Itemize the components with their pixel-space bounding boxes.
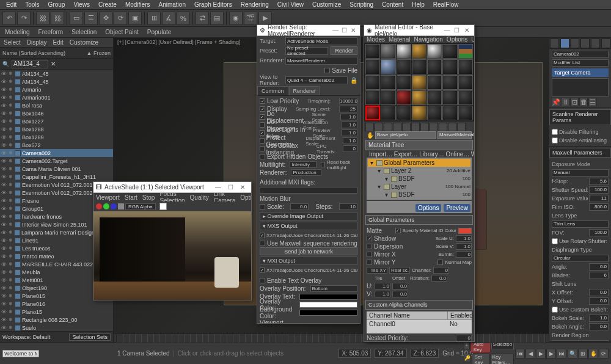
pin-stack-icon[interactable]: 📌 bbox=[552, 98, 560, 106]
freeze-icon[interactable]: ❄ bbox=[9, 174, 13, 180]
rotary-check[interactable] bbox=[552, 238, 558, 244]
freeze-icon[interactable]: ❄ bbox=[9, 158, 13, 164]
keyfilters-button[interactable]: Key Filters… bbox=[490, 354, 514, 364]
me-navigation[interactable]: Navigation bbox=[414, 36, 443, 43]
freeze-icon[interactable]: ❄ bbox=[9, 190, 13, 195]
view-combo[interactable]: Quad 4 – Camera002 bbox=[285, 76, 348, 84]
visibility-icon[interactable]: 👁 bbox=[1, 309, 7, 315]
play-button[interactable]: ▶ bbox=[536, 349, 546, 359]
seq-check[interactable] bbox=[260, 241, 265, 246]
ribbon-freeform[interactable]: Freeform bbox=[38, 29, 64, 35]
overlay-text-field[interactable] bbox=[299, 294, 357, 300]
modifier-list-combo[interactable]: Modifier List bbox=[552, 59, 609, 67]
percent-snap-button[interactable]: % bbox=[177, 12, 190, 25]
swatch-9[interactable] bbox=[381, 59, 395, 74]
swatch-22[interactable] bbox=[365, 90, 380, 105]
assign-icon[interactable] bbox=[384, 123, 392, 131]
freeze-icon[interactable]: ❄ bbox=[9, 142, 13, 148]
material-name-field[interactable]: Base piel/pelo bbox=[375, 131, 436, 139]
as-quality[interactable]: Quality bbox=[190, 194, 209, 201]
swatch-13[interactable] bbox=[442, 59, 457, 74]
swatch-18[interactable] bbox=[412, 75, 426, 90]
me-options[interactable]: Options bbox=[447, 36, 467, 43]
disable-filtering-check[interactable] bbox=[552, 129, 558, 135]
menu-rendering[interactable]: Rendering bbox=[237, 1, 273, 9]
scale-button[interactable]: ▣ bbox=[128, 12, 142, 25]
freeze-icon[interactable]: ❄ bbox=[9, 182, 13, 187]
scene-item[interactable]: 👁❄Cappellini_Foreseta_h1_JH11 bbox=[0, 173, 113, 181]
put-scene-icon[interactable] bbox=[375, 123, 383, 131]
maximize-button[interactable]: ☐ bbox=[224, 184, 236, 191]
mirrory-check[interactable] bbox=[367, 260, 372, 265]
visibility-icon[interactable]: 👁 bbox=[1, 206, 7, 212]
visibility-icon[interactable]: 👁 bbox=[1, 198, 7, 204]
freeze-icon[interactable]: ❄ bbox=[9, 230, 13, 235]
menu-content[interactable]: Content bbox=[378, 1, 407, 9]
exposure-mode-combo[interactable]: Manual bbox=[552, 169, 609, 177]
wizard-button[interactable]: Wizard… bbox=[471, 151, 474, 158]
unique-icon[interactable]: ⊡ bbox=[570, 98, 579, 106]
freeze-icon[interactable]: ❄ bbox=[9, 261, 13, 267]
snap-button[interactable]: ⊞ bbox=[147, 12, 161, 25]
freeze-icon[interactable]: ❄ bbox=[9, 238, 13, 243]
modifier-stack[interactable] bbox=[552, 78, 609, 96]
ribbon-modeling[interactable]: Modeling bbox=[5, 29, 30, 35]
override-output-rollout[interactable]: ▸ Override Image Output bbox=[260, 212, 357, 220]
fstop-spinner[interactable]: 5.6 bbox=[589, 178, 609, 185]
scene-item[interactable]: 👁❄Cama Maria Olivieri 001 bbox=[0, 165, 113, 173]
maxwell-rollout[interactable]: Maxwell Parameters bbox=[549, 148, 611, 158]
scene-item[interactable]: 👁❄Armario001 bbox=[0, 93, 113, 101]
freeze-icon[interactable]: ❄ bbox=[9, 71, 13, 76]
swatch-2[interactable] bbox=[381, 44, 395, 59]
menu-help[interactable]: Help bbox=[408, 1, 428, 9]
import-button[interactable]: Import… bbox=[369, 151, 392, 158]
as-options[interactable]: Options… bbox=[240, 194, 251, 201]
swatch-5[interactable] bbox=[427, 44, 442, 59]
savefile-check[interactable] bbox=[324, 68, 330, 73]
visibility-icon[interactable]: 👁 bbox=[1, 230, 7, 236]
mxs-check[interactable] bbox=[260, 233, 265, 238]
u-tile-spinner[interactable]: 1.0 bbox=[375, 283, 390, 289]
stack-target-camera[interactable]: Target Camera bbox=[552, 68, 609, 77]
visibility-icon[interactable]: 👁 bbox=[1, 269, 7, 275]
send-network-button[interactable]: Send job to network bbox=[260, 247, 357, 255]
swatch-17[interactable] bbox=[397, 75, 411, 90]
disable-aa-check[interactable] bbox=[552, 137, 558, 144]
zoom-icon[interactable]: 🔍 bbox=[568, 349, 577, 359]
object-name-field[interactable]: Camera002 bbox=[552, 51, 609, 58]
menu-modifiers[interactable]: Modifiers bbox=[122, 1, 154, 9]
maxscript-input[interactable] bbox=[2, 350, 39, 357]
bg-color-swatch[interactable] bbox=[299, 310, 357, 316]
tile-mode-combo[interactable]: Tile XY bbox=[367, 267, 387, 274]
freeze-icon[interactable]: ❄ bbox=[9, 150, 13, 156]
expand-icon[interactable]: ▾ bbox=[370, 159, 375, 166]
green-channel-icon[interactable] bbox=[103, 203, 109, 209]
v-offset-spinner[interactable]: 0.0 bbox=[392, 291, 408, 297]
swatch-33[interactable] bbox=[427, 106, 442, 120]
scene-item[interactable]: 👁❄Bol rosa bbox=[0, 101, 113, 109]
library-button[interactable]: Library… bbox=[419, 151, 444, 158]
rs-check[interactable] bbox=[260, 122, 265, 128]
time-ruler[interactable] bbox=[116, 333, 546, 343]
goto-start-button[interactable]: ⏮ bbox=[515, 349, 525, 359]
scene-item[interactable]: 👁❄AM134_45 bbox=[0, 78, 113, 86]
menu-grapheditors[interactable]: Graph Editors bbox=[191, 1, 236, 9]
swatch-32[interactable] bbox=[412, 106, 426, 120]
alpha-channels-rollout[interactable]: Custom Alpha Channels bbox=[365, 300, 473, 310]
scene-item[interactable]: 👁❄Plano15 bbox=[0, 308, 113, 316]
zoom-all-icon[interactable]: ⊞ bbox=[578, 349, 588, 359]
visibility-icon[interactable]: 👁 bbox=[1, 103, 7, 109]
go-parent-icon[interactable] bbox=[430, 123, 438, 131]
expand-icon[interactable]: ▾ bbox=[378, 183, 382, 190]
scene-item[interactable]: 👁❄Box572 bbox=[0, 141, 113, 149]
menu-civilview[interactable]: Civil View bbox=[274, 1, 307, 9]
rs-value-spinner[interactable]: 1.0 bbox=[342, 129, 357, 136]
mxi-check[interactable] bbox=[260, 268, 265, 273]
rs-maximize-button[interactable]: ☐ bbox=[340, 27, 348, 34]
rs-value-spinner[interactable]: 1.0 bbox=[341, 122, 357, 128]
visibility-icon[interactable]: 👁 bbox=[1, 87, 7, 93]
scanline-rollout[interactable]: Scanline Renderer Params bbox=[549, 109, 611, 125]
material-editor-button[interactable]: ◉ bbox=[229, 12, 243, 25]
viewport-label[interactable]: [+] [Camera002] [User Defined] [Frame + … bbox=[117, 39, 241, 45]
expand-icon[interactable]: ▾ bbox=[385, 191, 390, 198]
